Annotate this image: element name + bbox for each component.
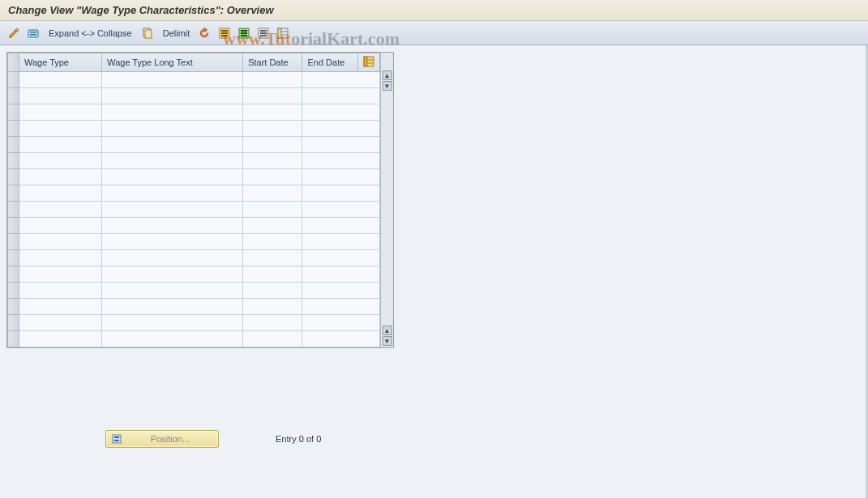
deselect-all-icon[interactable] [256,26,271,40]
table-row[interactable] [8,104,380,121]
table-row[interactable] [8,169,380,185]
cell-long-text[interactable] [102,185,243,202]
cell-end-date[interactable] [302,315,380,331]
cell-wage-type[interactable] [19,72,101,88]
copy-icon[interactable] [140,26,155,40]
table-row[interactable] [8,185,380,202]
cell-end-date[interactable] [302,234,380,250]
configuration-icon[interactable] [276,26,290,40]
row-selector[interactable] [8,88,19,104]
cell-long-text[interactable] [102,315,243,331]
other-view-icon[interactable] [26,26,41,40]
row-selector[interactable] [8,218,19,234]
row-selector[interactable] [8,202,19,218]
cell-start-date[interactable] [243,331,302,347]
cell-long-text[interactable] [102,169,243,185]
scroll-up-icon[interactable]: ▲ [383,70,392,80]
cell-start-date[interactable] [243,266,302,283]
row-selector[interactable] [8,121,19,137]
table-row[interactable] [8,266,380,283]
table-row[interactable] [8,250,380,266]
row-selector[interactable] [8,266,19,283]
row-selector[interactable] [8,169,19,185]
col-header-long-text[interactable]: Wage Type Long Text [102,53,243,72]
cell-start-date[interactable] [243,104,302,121]
cell-end-date[interactable] [302,88,380,104]
cell-end-date[interactable] [302,283,380,299]
cell-wage-type[interactable] [19,202,101,218]
row-selector[interactable] [8,137,19,153]
cell-wage-type[interactable] [19,331,101,347]
select-block-icon[interactable] [237,26,251,40]
cell-start-date[interactable] [243,88,302,104]
undo-icon[interactable] [198,26,212,40]
cell-wage-type[interactable] [19,234,101,250]
cell-start-date[interactable] [243,283,302,299]
row-selector[interactable] [8,331,19,347]
cell-end-date[interactable] [302,121,380,137]
cell-end-date[interactable] [302,331,380,347]
cell-long-text[interactable] [102,104,243,121]
cell-wage-type[interactable] [19,218,101,234]
col-header-end-date[interactable]: End Date [302,53,358,72]
cell-long-text[interactable] [102,88,243,104]
row-selector[interactable] [8,299,19,315]
cell-wage-type[interactable] [19,299,101,315]
scroll-thumb-top[interactable]: ▼ [383,81,392,91]
row-selector[interactable] [8,283,19,299]
cell-wage-type[interactable] [19,104,101,121]
cell-start-date[interactable] [243,218,302,234]
display-change-icon[interactable] [6,26,21,40]
cell-start-date[interactable] [243,250,302,266]
cell-long-text[interactable] [102,153,243,169]
cell-long-text[interactable] [102,218,243,234]
cell-long-text[interactable] [102,137,243,153]
row-selector[interactable] [8,185,19,202]
cell-long-text[interactable] [102,266,243,283]
table-row[interactable] [8,283,380,299]
table-row[interactable] [8,137,380,153]
cell-end-date[interactable] [302,169,380,185]
table-row[interactable] [8,331,380,347]
row-selector[interactable] [8,234,19,250]
cell-start-date[interactable] [243,153,302,169]
cell-wage-type[interactable] [19,121,101,137]
cell-long-text[interactable] [102,121,243,137]
cell-start-date[interactable] [243,72,302,88]
cell-end-date[interactable] [302,104,380,121]
cell-end-date[interactable] [302,202,380,218]
vertical-scrollbar[interactable]: ▲ ▼ ▲ ▼ [380,53,393,347]
cell-long-text[interactable] [102,72,243,88]
cell-wage-type[interactable] [19,169,101,185]
cell-long-text[interactable] [102,202,243,218]
cell-end-date[interactable] [302,250,380,266]
cell-start-date[interactable] [243,121,302,137]
cell-start-date[interactable] [243,185,302,202]
cell-end-date[interactable] [302,72,380,88]
expand-collapse-button[interactable]: Expand <-> Collapse [45,28,135,38]
cell-long-text[interactable] [102,331,243,347]
table-row[interactable] [8,153,380,169]
col-header-start-date[interactable]: Start Date [243,53,302,72]
delimit-button[interactable]: Delimit [160,28,194,38]
cell-wage-type[interactable] [19,185,101,202]
cell-wage-type[interactable] [19,88,101,104]
select-all-icon[interactable] [217,26,232,40]
table-row[interactable] [8,315,380,331]
cell-start-date[interactable] [243,315,302,331]
cell-wage-type[interactable] [19,250,101,266]
cell-long-text[interactable] [102,283,243,299]
cell-end-date[interactable] [302,218,380,234]
scroll-down-icon[interactable]: ▼ [383,336,392,346]
position-button[interactable]: Position... [105,430,219,448]
cell-long-text[interactable] [102,234,243,250]
row-selector[interactable] [8,72,19,88]
cell-end-date[interactable] [302,185,380,202]
table-row[interactable] [8,88,380,104]
cell-wage-type[interactable] [19,283,101,299]
col-header-wage-type[interactable]: Wage Type [19,53,101,72]
wage-type-table[interactable]: Wage Type Wage Type Long Text Start Date… [7,53,380,347]
cell-start-date[interactable] [243,202,302,218]
table-row[interactable] [8,72,380,88]
cell-wage-type[interactable] [19,315,101,331]
